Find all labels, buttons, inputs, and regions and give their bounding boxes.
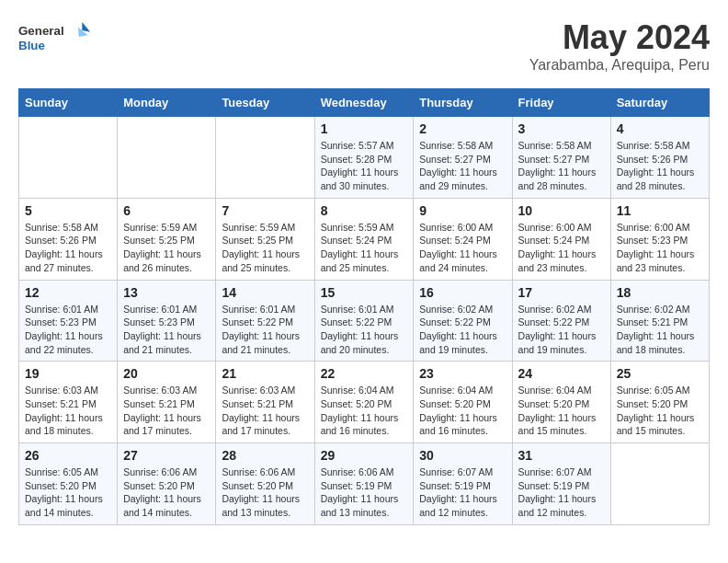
calendar-week-2: 5Sunrise: 5:58 AM Sunset: 5:26 PM Daylig…	[19, 198, 710, 280]
calendar-cell: 19Sunrise: 6:03 AM Sunset: 5:21 PM Dayli…	[19, 362, 118, 443]
weekday-header-sunday: Sunday	[19, 89, 118, 117]
day-number: 23	[419, 366, 506, 381]
calendar-week-4: 19Sunrise: 6:03 AM Sunset: 5:21 PM Dayli…	[19, 362, 710, 443]
calendar-table: SundayMondayTuesdayWednesdayThursdayFrid…	[18, 88, 710, 525]
logo-svg: General Blue	[18, 18, 92, 57]
weekday-header-row: SundayMondayTuesdayWednesdayThursdayFrid…	[19, 89, 710, 117]
day-number: 1	[321, 121, 408, 136]
day-info: Sunrise: 6:07 AM Sunset: 5:19 PM Dayligh…	[518, 465, 605, 520]
weekday-header-friday: Friday	[512, 89, 610, 117]
day-number: 25	[617, 366, 703, 381]
calendar-cell: 10Sunrise: 6:00 AM Sunset: 5:24 PM Dayli…	[512, 198, 610, 280]
day-number: 11	[617, 203, 703, 218]
weekday-header-saturday: Saturday	[610, 89, 709, 117]
logo: General Blue	[18, 18, 92, 57]
day-number: 17	[518, 285, 605, 300]
day-info: Sunrise: 6:00 AM Sunset: 5:24 PM Dayligh…	[518, 221, 605, 275]
calendar-week-3: 12Sunrise: 6:01 AM Sunset: 5:23 PM Dayli…	[19, 280, 710, 362]
day-info: Sunrise: 6:04 AM Sunset: 5:20 PM Dayligh…	[518, 384, 605, 438]
weekday-header-thursday: Thursday	[414, 89, 512, 117]
svg-marker-2	[82, 22, 90, 32]
calendar-cell: 11Sunrise: 6:00 AM Sunset: 5:23 PM Dayli…	[610, 198, 709, 280]
day-info: Sunrise: 6:04 AM Sunset: 5:20 PM Dayligh…	[321, 384, 408, 438]
calendar-body: 1Sunrise: 5:57 AM Sunset: 5:28 PM Daylig…	[19, 117, 710, 525]
calendar-cell: 16Sunrise: 6:02 AM Sunset: 5:22 PM Dayli…	[414, 280, 512, 362]
day-number: 30	[419, 448, 506, 463]
calendar-week-1: 1Sunrise: 5:57 AM Sunset: 5:28 PM Daylig…	[19, 117, 710, 199]
day-info: Sunrise: 6:06 AM Sunset: 5:20 PM Dayligh…	[222, 465, 308, 520]
calendar-cell: 31Sunrise: 6:07 AM Sunset: 5:19 PM Dayli…	[512, 443, 610, 525]
day-info: Sunrise: 6:03 AM Sunset: 5:21 PM Dayligh…	[222, 384, 308, 438]
day-info: Sunrise: 6:00 AM Sunset: 5:23 PM Dayligh…	[617, 221, 703, 275]
calendar-cell	[610, 443, 709, 525]
day-info: Sunrise: 5:58 AM Sunset: 5:27 PM Dayligh…	[518, 139, 605, 193]
day-number: 27	[123, 448, 210, 463]
svg-text:Blue: Blue	[18, 39, 45, 52]
calendar-cell: 5Sunrise: 5:58 AM Sunset: 5:26 PM Daylig…	[19, 198, 118, 280]
day-number: 18	[617, 285, 703, 300]
day-info: Sunrise: 6:01 AM Sunset: 5:22 PM Dayligh…	[222, 303, 308, 357]
calendar-cell: 17Sunrise: 6:02 AM Sunset: 5:22 PM Dayli…	[512, 280, 610, 362]
calendar-cell: 3Sunrise: 5:58 AM Sunset: 5:27 PM Daylig…	[512, 117, 610, 199]
month-year-title: May 2024	[529, 18, 710, 57]
day-number: 3	[518, 121, 605, 136]
day-number: 8	[321, 203, 408, 218]
day-number: 21	[222, 366, 308, 381]
day-number: 24	[518, 366, 605, 381]
day-number: 4	[617, 121, 703, 136]
day-number: 12	[25, 285, 111, 300]
calendar-cell: 21Sunrise: 6:03 AM Sunset: 5:21 PM Dayli…	[216, 362, 314, 443]
day-number: 15	[321, 285, 408, 300]
day-info: Sunrise: 6:02 AM Sunset: 5:21 PM Dayligh…	[617, 303, 703, 357]
svg-text:General: General	[18, 24, 64, 38]
calendar-cell: 25Sunrise: 6:05 AM Sunset: 5:20 PM Dayli…	[610, 362, 709, 443]
calendar-cell: 18Sunrise: 6:02 AM Sunset: 5:21 PM Dayli…	[610, 280, 709, 362]
day-info: Sunrise: 6:03 AM Sunset: 5:21 PM Dayligh…	[25, 384, 111, 438]
calendar-cell	[216, 117, 314, 199]
day-number: 6	[123, 203, 210, 218]
day-number: 10	[518, 203, 605, 218]
calendar-cell: 7Sunrise: 5:59 AM Sunset: 5:25 PM Daylig…	[216, 198, 314, 280]
day-info: Sunrise: 6:04 AM Sunset: 5:20 PM Dayligh…	[419, 384, 506, 438]
day-number: 29	[321, 448, 408, 463]
day-number: 16	[419, 285, 506, 300]
location-subtitle: Yarabamba, Arequipa, Peru	[529, 57, 710, 74]
calendar-cell: 1Sunrise: 5:57 AM Sunset: 5:28 PM Daylig…	[314, 117, 414, 199]
calendar-cell	[118, 117, 216, 199]
day-info: Sunrise: 6:05 AM Sunset: 5:20 PM Dayligh…	[617, 384, 703, 438]
day-info: Sunrise: 6:02 AM Sunset: 5:22 PM Dayligh…	[518, 303, 605, 357]
calendar-cell: 6Sunrise: 5:59 AM Sunset: 5:25 PM Daylig…	[118, 198, 216, 280]
day-info: Sunrise: 6:06 AM Sunset: 5:20 PM Dayligh…	[123, 465, 210, 520]
calendar-cell: 12Sunrise: 6:01 AM Sunset: 5:23 PM Dayli…	[19, 280, 118, 362]
calendar-cell: 28Sunrise: 6:06 AM Sunset: 5:20 PM Dayli…	[216, 443, 314, 525]
calendar-cell	[19, 117, 118, 199]
day-number: 26	[25, 448, 111, 463]
day-info: Sunrise: 6:01 AM Sunset: 5:23 PM Dayligh…	[25, 303, 111, 357]
day-info: Sunrise: 6:07 AM Sunset: 5:19 PM Dayligh…	[419, 465, 506, 520]
day-number: 20	[123, 366, 210, 381]
weekday-header-tuesday: Tuesday	[216, 89, 314, 117]
day-number: 19	[25, 366, 111, 381]
day-info: Sunrise: 6:05 AM Sunset: 5:20 PM Dayligh…	[25, 465, 111, 520]
calendar-cell: 30Sunrise: 6:07 AM Sunset: 5:19 PM Dayli…	[414, 443, 512, 525]
day-number: 22	[321, 366, 408, 381]
day-number: 28	[222, 448, 308, 463]
calendar-cell: 2Sunrise: 5:58 AM Sunset: 5:27 PM Daylig…	[414, 117, 512, 199]
day-info: Sunrise: 6:00 AM Sunset: 5:24 PM Dayligh…	[419, 221, 506, 275]
calendar-cell: 15Sunrise: 6:01 AM Sunset: 5:22 PM Dayli…	[314, 280, 414, 362]
day-number: 14	[222, 285, 308, 300]
day-number: 5	[25, 203, 111, 218]
title-block: May 2024 Yarabamba, Arequipa, Peru	[529, 18, 710, 74]
day-info: Sunrise: 6:02 AM Sunset: 5:22 PM Dayligh…	[419, 303, 506, 357]
weekday-header-monday: Monday	[118, 89, 216, 117]
day-info: Sunrise: 5:59 AM Sunset: 5:25 PM Dayligh…	[123, 221, 210, 275]
calendar-cell: 27Sunrise: 6:06 AM Sunset: 5:20 PM Dayli…	[118, 443, 216, 525]
page-header: General Blue May 2024 Yarabamba, Arequip…	[18, 18, 710, 74]
calendar-cell: 24Sunrise: 6:04 AM Sunset: 5:20 PM Dayli…	[512, 362, 610, 443]
day-number: 9	[419, 203, 506, 218]
calendar-cell: 8Sunrise: 5:59 AM Sunset: 5:24 PM Daylig…	[314, 198, 414, 280]
calendar-cell: 9Sunrise: 6:00 AM Sunset: 5:24 PM Daylig…	[414, 198, 512, 280]
day-number: 2	[419, 121, 506, 136]
day-info: Sunrise: 5:59 AM Sunset: 5:24 PM Dayligh…	[321, 221, 408, 275]
day-info: Sunrise: 5:58 AM Sunset: 5:27 PM Dayligh…	[419, 139, 506, 193]
